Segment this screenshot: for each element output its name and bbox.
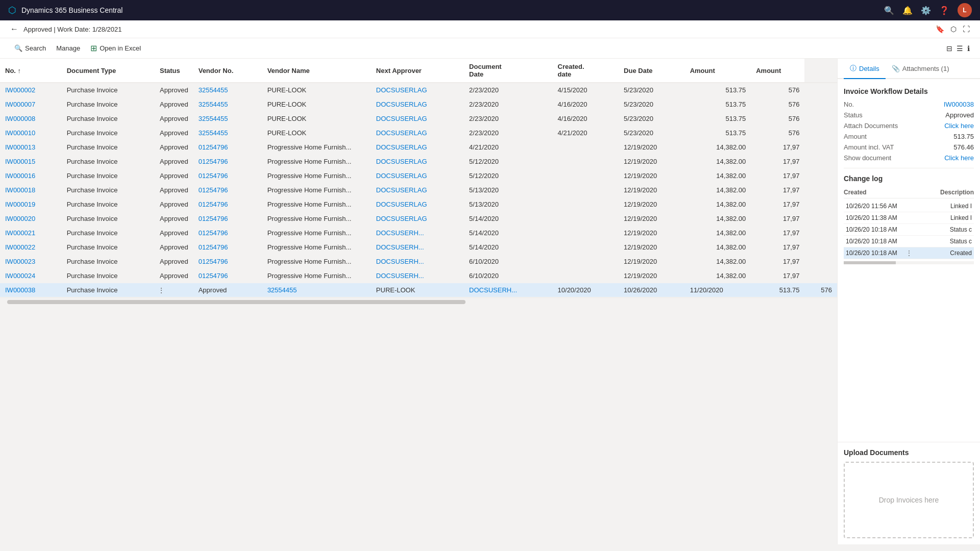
attach-docs-value[interactable]: Click here	[909, 122, 974, 130]
expand-icon[interactable]: ⛶	[963, 25, 970, 33]
row-options-icon[interactable]: ⋮	[156, 285, 167, 295]
link-no[interactable]: IW000024	[5, 272, 35, 280]
link-next-approver[interactable]: DOCSUSERH...	[376, 258, 424, 265]
bell-icon[interactable]: 🔔	[902, 6, 913, 15]
col-document-date[interactable]: DocumentDate	[464, 59, 552, 83]
col-no[interactable]: No. ↑	[0, 59, 62, 83]
change-log-options-icon[interactable]: ⋮	[904, 249, 914, 257]
show-doc-value[interactable]: Click here	[909, 154, 974, 162]
table-row[interactable]: IW000024Purchase InvoiceApproved01254796…	[0, 269, 837, 283]
link-vendor-no[interactable]: 01254796	[199, 272, 228, 280]
table-row[interactable]: IW000013Purchase InvoiceApproved01254796…	[0, 140, 837, 155]
col-due-date[interactable]: Due Date	[619, 59, 685, 83]
col-vendor-no[interactable]: Vendor No.	[193, 59, 262, 83]
link-vendor-no[interactable]: 01254796	[199, 172, 228, 180]
link-no[interactable]: IW000010	[5, 129, 35, 137]
link-vendor-no[interactable]: 01254796	[199, 215, 228, 222]
table-row[interactable]: IW000007Purchase InvoiceApproved32554455…	[0, 97, 837, 112]
tab-attachments[interactable]: 📎 Attachments (1)	[886, 59, 955, 79]
table-row[interactable]: IW000010Purchase InvoiceApproved32554455…	[0, 126, 837, 140]
link-next-approver[interactable]: DOCSUSERLAG	[376, 115, 427, 122]
link-next-approver[interactable]: DOCSUSERLAG	[376, 143, 427, 151]
link-vendor-no[interactable]: 01254796	[199, 143, 228, 151]
info-icon[interactable]: ℹ	[967, 44, 970, 53]
link-vendor-no[interactable]: 01254796	[199, 229, 228, 237]
drop-zone[interactable]: Drop Invoices here	[844, 462, 974, 538]
change-log-row[interactable]: 10/26/20 11:56 AMLinked I	[844, 201, 974, 212]
table-section[interactable]: No. ↑ Document Type Status Vendor No. Ve…	[0, 59, 837, 544]
link-no[interactable]: IW000021	[5, 229, 35, 237]
table-row[interactable]: IW000023Purchase InvoiceApproved01254796…	[0, 255, 837, 269]
bookmark-icon[interactable]: 🔖	[936, 25, 944, 33]
link-no[interactable]: IW000013	[5, 143, 35, 151]
row-options-cell[interactable]: ⋮	[155, 283, 193, 297]
link-vendor-no[interactable]: 01254796	[199, 201, 228, 208]
link-no[interactable]: IW000002	[5, 86, 35, 94]
col-vendor-name[interactable]: Vendor Name	[262, 59, 371, 83]
link-no[interactable]: IW000015	[5, 158, 35, 165]
link-no[interactable]: IW000018	[5, 186, 35, 194]
link-no[interactable]: IW000016	[5, 172, 35, 180]
open-excel-button[interactable]: ⊞ Open in Excel	[86, 41, 145, 55]
gear-icon[interactable]: ⚙️	[921, 6, 931, 15]
link-vendor-no[interactable]: 01254796	[199, 186, 228, 194]
link-next-approver[interactable]: DOCSUSERH...	[469, 286, 517, 294]
link-no[interactable]: IW000023	[5, 258, 35, 265]
table-row[interactable]: IW000016Purchase InvoiceApproved01254796…	[0, 169, 837, 183]
avatar[interactable]: L	[958, 3, 972, 17]
change-log-row[interactable]: 10/26/20 10:18 AM⋮Created	[844, 247, 974, 259]
link-next-approver[interactable]: DOCSUSERH...	[376, 229, 424, 237]
filter-icon[interactable]: ⊟	[946, 44, 952, 53]
link-no[interactable]: IW000038	[5, 286, 35, 294]
link-next-approver[interactable]: DOCSUSERLAG	[376, 201, 427, 208]
link-next-approver[interactable]: DOCSUSERLAG	[376, 129, 427, 137]
link-next-approver[interactable]: DOCSUSERLAG	[376, 215, 427, 222]
change-log-scrollbar[interactable]	[844, 261, 974, 264]
no-value[interactable]: IW000038	[909, 101, 974, 108]
col-amount2[interactable]: Amount	[751, 59, 804, 83]
link-vendor-no[interactable]: 01254796	[199, 158, 228, 165]
list-icon[interactable]: ☰	[957, 44, 963, 53]
change-log-row[interactable]: 10/26/20 11:38 AMLinked I	[844, 212, 974, 224]
col-status[interactable]: Status	[155, 59, 193, 83]
col-document-type[interactable]: Document Type	[62, 59, 155, 83]
link-next-approver[interactable]: DOCSUSERH...	[376, 243, 424, 251]
change-log-row[interactable]: 10/26/20 10:18 AMStatus c	[844, 224, 974, 236]
link-next-approver[interactable]: DOCSUSERH...	[376, 272, 424, 280]
share-icon[interactable]: ⬡	[950, 25, 957, 33]
link-vendor-no[interactable]: 32554455	[199, 86, 228, 94]
link-next-approver[interactable]: DOCSUSERLAG	[376, 158, 427, 165]
col-created-date[interactable]: Created.date	[553, 59, 619, 83]
link-vendor-no[interactable]: 32554455	[199, 101, 228, 108]
link-vendor-no[interactable]: 32554455	[267, 286, 297, 294]
link-no[interactable]: IW000007	[5, 101, 35, 108]
change-log-row[interactable]: 10/26/20 10:18 AMStatus c	[844, 236, 974, 247]
link-vendor-no[interactable]: 01254796	[199, 258, 228, 265]
table-row[interactable]: IW000019Purchase InvoiceApproved01254796…	[0, 197, 837, 212]
tab-details[interactable]: ⓘ Details	[844, 59, 886, 79]
table-row[interactable]: IW000015Purchase InvoiceApproved01254796…	[0, 155, 837, 169]
table-row[interactable]: IW000018Purchase InvoiceApproved01254796…	[0, 183, 837, 197]
table-row[interactable]: IW000020Purchase InvoiceApproved01254796…	[0, 212, 837, 226]
search-button[interactable]: 🔍 Search	[10, 42, 50, 54]
help-icon[interactable]: ❓	[939, 6, 949, 15]
link-next-approver[interactable]: DOCSUSERLAG	[376, 186, 427, 194]
link-no[interactable]: IW000008	[5, 115, 35, 122]
link-next-approver[interactable]: DOCSUSERLAG	[376, 86, 427, 94]
link-vendor-no[interactable]: 32554455	[199, 115, 228, 122]
link-no[interactable]: IW000019	[5, 201, 35, 208]
col-amount[interactable]: Amount	[685, 59, 751, 83]
manage-button[interactable]: Manage	[52, 42, 84, 54]
link-next-approver[interactable]: DOCSUSERLAG	[376, 172, 427, 180]
table-row[interactable]: IW000022Purchase InvoiceApproved01254796…	[0, 240, 837, 255]
link-next-approver[interactable]: DOCSUSERLAG	[376, 101, 427, 108]
table-horizontal-scrollbar[interactable]	[0, 297, 837, 306]
table-row[interactable]: IW000008Purchase InvoiceApproved32554455…	[0, 112, 837, 126]
link-vendor-no[interactable]: 32554455	[199, 129, 228, 137]
table-row[interactable]: IW000002Purchase InvoiceApproved32554455…	[0, 83, 837, 97]
search-icon[interactable]: 🔍	[884, 6, 894, 15]
link-no[interactable]: IW000020	[5, 215, 35, 222]
table-row[interactable]: IW000038Purchase Invoice⋮Approved3255445…	[0, 283, 837, 297]
link-vendor-no[interactable]: 01254796	[199, 243, 228, 251]
back-button[interactable]: ←	[10, 24, 18, 34]
